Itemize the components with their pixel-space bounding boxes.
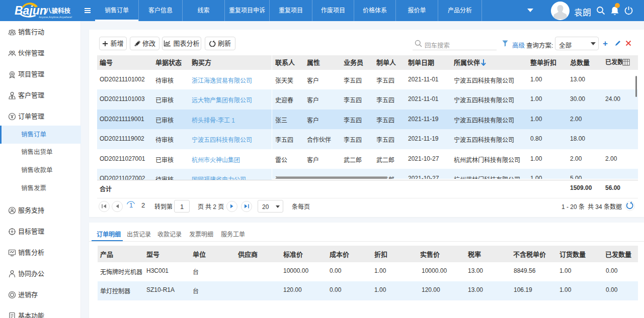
svg-text:八骏科技: 八骏科技 [45,7,71,15]
svg-text:Anyone,Anytime,Anywhere!: Anyone,Anytime,Anywhere! [39,16,72,19]
